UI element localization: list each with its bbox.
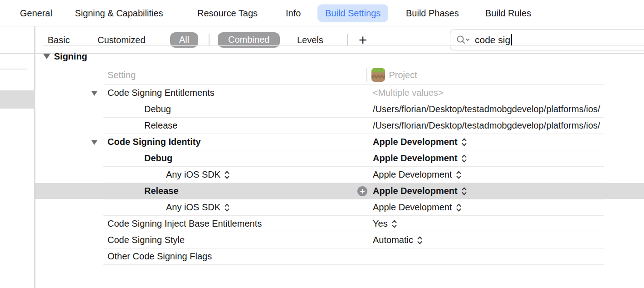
search-query-text: code sig [475,35,510,45]
setting-value[interactable]: /Users/florian/Desktop/testadmobgdevelop… [373,118,600,134]
stepper-chevrons-icon[interactable] [224,203,230,213]
setting-value[interactable]: Yes [373,216,397,232]
filter-basic[interactable]: Basic [48,35,70,45]
setting-value[interactable]: Apple Development [373,150,467,166]
table-row[interactable]: Code Signing Inject Base EntitlementsYes [103,216,604,232]
sidebar-selected-item[interactable] [0,90,35,109]
setting-column-header: Setting [103,70,136,80]
setting-label: Debug [144,150,172,166]
section-divider [43,45,644,46]
filter-customized[interactable]: Customized [98,35,146,45]
toolbar-bottom-border [0,53,644,54]
search-icon [456,35,470,45]
signing-section-header[interactable]: Signing [43,51,87,62]
setting-value[interactable]: /Users/florian/Desktop/testadmobgdevelop… [373,101,600,117]
setting-value[interactable]: Apple Development [373,134,467,150]
setting-value[interactable]: Automatic [373,232,423,248]
setting-value[interactable]: Apple Development [373,167,462,183]
table-row[interactable]: Any iOS SDKApple Development [103,167,604,183]
toolbar-divider [347,34,348,46]
setting-value[interactable]: Apple Development [373,183,467,199]
tab-resource-tags[interactable]: Resource Tags [197,8,258,18]
table-header-row: Setting Project [103,65,604,85]
tab-build-rules[interactable]: Build Rules [485,8,531,18]
table-row[interactable]: Code Signing Entitlements<Multiple value… [103,85,604,101]
table-row[interactable]: Debug/Users/florian/Desktop/testadmobgde… [103,101,604,118]
tab-signing-capabilities[interactable]: Signing & Capabilities [75,8,163,18]
add-value-icon[interactable]: + [357,186,367,196]
setting-value[interactable]: Apple Development [373,199,462,215]
setting-label: Other Code Signing Flags [107,248,212,264]
disclosure-triangle-icon[interactable] [91,91,98,96]
filter-levels[interactable]: Levels [297,35,323,45]
project-column-header: Project [389,70,417,80]
table-row[interactable]: Other Code Signing Flags [103,248,604,265]
text-cursor [511,34,512,46]
sidebar-divider [0,69,27,70]
table-row[interactable]: Code Signing StyleAutomatic [103,232,604,248]
toolbar-divider [209,34,210,46]
setting-label: Code Signing Style [107,232,185,248]
setting-label: Debug [144,101,171,117]
setting-value[interactable]: <Multiple values> [373,85,444,101]
table-row[interactable]: Release/Users/florian/Desktop/testadmobg… [103,118,604,134]
disclosure-triangle-icon[interactable] [43,54,50,59]
stepper-chevrons-icon[interactable] [461,186,467,196]
stepper-chevrons-icon[interactable] [417,235,423,245]
stepper-chevrons-icon[interactable] [224,170,230,180]
setting-label: Code Signing Inject Base Entitlements [107,216,262,232]
add-setting-button[interactable]: + [359,33,367,47]
filter-toolbar: Basic Customized All Combined Levels + c… [35,26,644,53]
stepper-chevrons-icon[interactable] [456,170,462,180]
table-row[interactable]: Release+Apple Development [103,183,604,199]
setting-label: Code Signing Identity [107,134,201,150]
tab-build-settings[interactable]: Build Settings [317,4,388,22]
tab-build-phases[interactable]: Build Phases [406,8,459,18]
table-row[interactable]: DebugApple Development [103,150,604,167]
build-settings-pane: Basic Customized All Combined Levels + c… [35,26,644,288]
tab-general[interactable]: General [20,8,52,18]
setting-label: Any iOS SDK [166,199,230,215]
setting-label: Any iOS SDK [166,167,230,183]
stepper-chevrons-icon[interactable] [391,219,397,229]
header-column-divider [366,68,367,82]
disclosure-triangle-icon[interactable] [91,140,98,145]
targets-sidebar [0,26,35,288]
tab-info[interactable]: Info [286,8,301,18]
setting-label: Code Signing Entitlements [107,85,215,101]
section-title: Signing [54,51,87,62]
setting-label: Release [144,183,179,199]
stepper-chevrons-icon[interactable] [461,137,467,147]
project-grass-block-icon [371,68,385,82]
editor-tab-bar: General Signing & Capabilities Resource … [0,0,644,26]
search-input[interactable]: code sig [450,30,644,50]
stepper-chevrons-icon[interactable] [461,154,467,164]
table-row[interactable]: Any iOS SDKApple Development [103,199,604,216]
setting-label: Release [144,118,177,134]
table-row[interactable]: Code Signing IdentityApple Development [103,134,604,150]
stepper-chevrons-icon[interactable] [456,203,462,213]
settings-table: Setting Project Code Signing Entitlement… [103,65,604,265]
